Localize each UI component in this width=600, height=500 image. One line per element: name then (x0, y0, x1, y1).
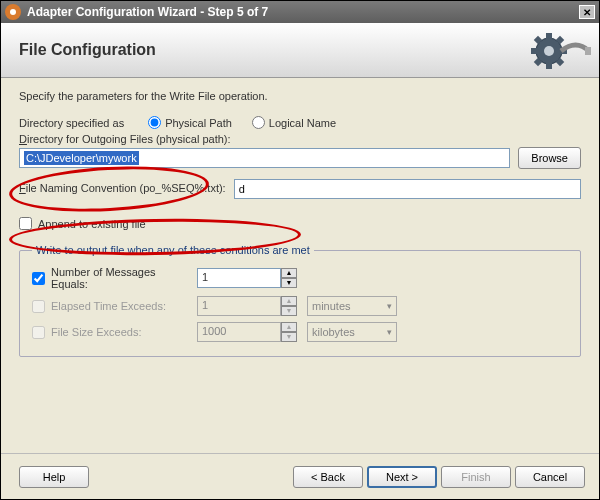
finish-button: Finish (441, 466, 511, 488)
conditions-fieldset: Write to output file when any of these c… (19, 244, 581, 357)
wizard-body: Specify the parameters for the Write Fil… (1, 78, 599, 369)
spin-up-icon: ▲ (281, 322, 297, 332)
file-size-checkbox (32, 326, 45, 339)
append-label: Append to existing file (38, 218, 146, 230)
gear-icon (531, 29, 591, 73)
svg-rect-3 (546, 63, 552, 69)
outgoing-dir-label: Directory for Outgoing Files (physical p… (19, 133, 581, 145)
file-size-spinner: 1000 ▲▼ (197, 322, 297, 342)
num-messages-option[interactable]: Number of Messages Equals: (32, 266, 187, 290)
wizard-header: File Configuration (1, 23, 599, 78)
dir-spec-label: Directory specified as (19, 117, 124, 129)
app-icon (5, 4, 21, 20)
elapsed-time-unit-select: minutes (307, 296, 397, 316)
elapsed-time-checkbox (32, 300, 45, 313)
wizard-footer: Help < Back Next > Finish Cancel (1, 453, 599, 499)
svg-point-1 (544, 46, 554, 56)
svg-rect-10 (585, 47, 591, 55)
file-size-unit-select: kilobytes (307, 322, 397, 342)
spin-down-icon[interactable]: ▼ (281, 278, 297, 288)
instruction-text: Specify the parameters for the Write Fil… (19, 90, 581, 102)
num-messages-spinner[interactable]: 1 ▲▼ (197, 268, 297, 288)
elapsed-time-spinner: 1 ▲▼ (197, 296, 297, 316)
help-button[interactable]: Help (19, 466, 89, 488)
back-button[interactable]: < Back (293, 466, 363, 488)
logical-name-radio[interactable]: Logical Name (252, 116, 336, 129)
naming-convention-label: File Naming Convention (po_%SEQ%.txt): (19, 182, 226, 194)
next-button[interactable]: Next > (367, 466, 437, 488)
elapsed-time-option: Elapsed Time Exceeds: (32, 300, 187, 313)
spin-up-icon[interactable]: ▲ (281, 268, 297, 278)
browse-button[interactable]: Browse (518, 147, 581, 169)
physical-path-radio-input[interactable] (148, 116, 161, 129)
outgoing-dir-input[interactable]: C:\JDeveloper\mywork (19, 148, 510, 168)
logical-name-radio-input[interactable] (252, 116, 265, 129)
page-title: File Configuration (19, 41, 156, 59)
cancel-button[interactable]: Cancel (515, 466, 585, 488)
svg-rect-4 (531, 48, 537, 54)
title-bar: Adapter Configuration Wizard - Step 5 of… (1, 1, 599, 23)
physical-path-radio[interactable]: Physical Path (148, 116, 232, 129)
spin-down-icon: ▼ (281, 332, 297, 342)
close-icon[interactable]: ✕ (579, 5, 595, 19)
naming-convention-input[interactable] (234, 179, 581, 199)
spin-down-icon: ▼ (281, 306, 297, 316)
append-checkbox[interactable] (19, 217, 32, 230)
file-size-option: File Size Exceeds: (32, 326, 187, 339)
spin-up-icon: ▲ (281, 296, 297, 306)
directory-specified-as-row: Directory specified as Physical Path Log… (19, 116, 581, 129)
svg-rect-2 (546, 33, 552, 39)
window-title: Adapter Configuration Wizard - Step 5 of… (27, 5, 579, 19)
num-messages-checkbox[interactable] (32, 272, 45, 285)
conditions-legend: Write to output file when any of these c… (32, 244, 314, 256)
